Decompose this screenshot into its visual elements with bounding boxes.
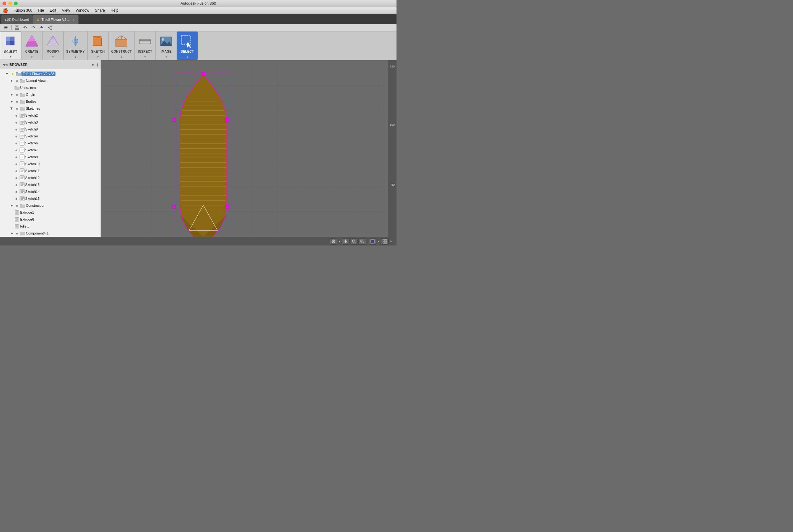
tree-item-sketch13[interactable]: ● Sketch13 — [0, 181, 100, 188]
tree-arrow-root[interactable]: ▶ — [5, 72, 10, 76]
inspect-label: INSPECT — [138, 50, 152, 53]
tree-item-sketch8[interactable]: ● Sketch8 — [0, 153, 100, 160]
tree-item-sketch14[interactable]: ● Sketch14 — [0, 188, 100, 195]
menu-item-fusion[interactable]: Fusion 360 — [11, 7, 35, 13]
undo-button[interactable] — [22, 24, 29, 31]
viewport[interactable]: 150 100 50 0 — [101, 60, 396, 237]
tree-item-sketch3[interactable]: ● Sketch3 — [0, 119, 100, 126]
tree-item-component4[interactable]: ▶ ● Component4:1 — [0, 230, 100, 237]
tree-eye-icon-bodies: ● — [15, 99, 20, 104]
tree-item-fillet8[interactable]: ▶ Fillet8 — [0, 223, 100, 230]
hamburger-menu-button[interactable]: ☰ — [2, 24, 10, 31]
maximize-button[interactable] — [14, 2, 18, 5]
tree-item-origin[interactable]: ▶ ● Origin — [0, 91, 100, 98]
grid-arrow-icon[interactable]: ▼ — [389, 240, 393, 243]
pan-button[interactable] — [342, 238, 350, 245]
folder-icon-named-views — [20, 78, 25, 83]
display-arrow-icon[interactable]: ▼ — [377, 240, 380, 243]
toolbar-section-construct[interactable]: CONSTRUCT ▼ — [109, 32, 135, 60]
toolbar-section-sculpt[interactable]: SCULPT ▼ — [0, 32, 21, 60]
grid-button[interactable] — [381, 238, 389, 245]
menu-item-file[interactable]: File — [35, 7, 46, 13]
main-toolbar: SCULPT ▼ CREATE ▼ — [0, 32, 396, 60]
upload-icon — [39, 25, 44, 30]
menu-item-view[interactable]: View — [59, 7, 73, 13]
toolbar-section-select[interactable]: SELECT ▼ — [177, 32, 198, 60]
sketch-file-icon-sketch12 — [20, 175, 24, 180]
tree-eye-icon-sketch3: ● — [14, 120, 19, 125]
create-arrow-icon: ▼ — [31, 56, 33, 59]
tree-item-construction[interactable]: ▶ ● Construction — [0, 202, 100, 209]
tree-eye-icon-sketch15: ● — [14, 196, 19, 201]
toolbar-section-modify[interactable]: MODIFY ▼ — [42, 32, 64, 60]
tree-item-sketch10[interactable]: ● Sketch10 — [0, 160, 100, 167]
tree-label-origin: Origin — [26, 93, 35, 96]
minimize-button[interactable] — [8, 2, 12, 5]
tab-dashboard[interactable]: (16) Dashboard — [1, 15, 33, 24]
tree-label-sketch15: Sketch15 — [25, 197, 40, 201]
tree-item-units[interactable]: ▶ Units: mm — [0, 84, 100, 91]
sketch-file-icon-sketch6 — [20, 140, 24, 146]
share-icon — [47, 25, 52, 30]
tree-item-sketches[interactable]: ▶ ● Sketches — [0, 105, 100, 112]
tree-eye-icon-sketch12: ● — [14, 175, 19, 180]
display-mode-button[interactable] — [369, 238, 376, 245]
toolbar-section-create[interactable]: CREATE ▼ — [21, 32, 42, 60]
browser-back-icon[interactable]: ◀◀ — [2, 63, 7, 66]
zoom-fit-button[interactable] — [350, 238, 358, 245]
tree-arrow-component4[interactable]: ▶ — [10, 231, 14, 235]
redo-button[interactable] — [30, 24, 37, 31]
menu-item-window[interactable]: Window — [73, 7, 92, 13]
zoom-in-button[interactable] — [358, 238, 366, 245]
svg-line-32 — [121, 36, 127, 39]
tree-item-extrude6[interactable]: ▶ Extrude6 — [0, 216, 100, 223]
orient-arrow-icon[interactable]: ▼ — [338, 240, 341, 243]
menu-item-edit[interactable]: Edit — [47, 7, 59, 13]
tree-item-sketch15[interactable]: ● Sketch15 — [0, 195, 100, 202]
tree-item-sketch7[interactable]: ● Sketch7 — [0, 147, 100, 153]
toolbar-section-sketch[interactable]: SKETCH ▼ — [88, 32, 109, 60]
save-button[interactable] — [14, 24, 20, 31]
tree-item-sketch4[interactable]: ● Sketch4 — [0, 133, 100, 140]
tree-item-sketch6[interactable]: ● Sketch6 — [0, 140, 100, 147]
orient-button[interactable] — [330, 238, 337, 245]
close-button[interactable] — [2, 2, 6, 5]
window-controls[interactable] — [2, 2, 18, 5]
tree-arrow-sketches[interactable]: ▶ — [10, 106, 14, 111]
upload-button[interactable] — [38, 24, 45, 31]
ruler-mark-150: 150 — [390, 65, 395, 68]
toolbar-section-image[interactable]: IMAGE ▼ — [156, 32, 177, 60]
browser-pin-icon[interactable]: | — [97, 63, 98, 66]
svg-rect-155 — [383, 242, 384, 243]
modify-arrow-icon: ▼ — [52, 56, 54, 59]
sketch-file-icon-sketch11 — [20, 168, 24, 173]
tree-arrow-origin[interactable]: ▶ — [10, 92, 14, 97]
tree-item-named-views[interactable]: ▶ ● Named Views — [0, 77, 100, 84]
svg-rect-108 — [16, 225, 18, 228]
toolbar-section-symmetry[interactable]: SYMMETRY ▼ — [64, 32, 88, 60]
tree-arrow-named-views[interactable]: ▶ — [10, 78, 14, 83]
menu-item-help[interactable]: Help — [108, 7, 121, 13]
toolbar-section-inspect[interactable]: INSPECT ▼ — [135, 32, 156, 60]
svg-rect-12 — [6, 37, 10, 41]
tree-item-sketch2[interactable]: ● Sketch2 — [0, 112, 100, 119]
tree-item-sketch12[interactable]: ● Sketch12 — [0, 174, 100, 181]
tree-label-sketch14: Sketch14 — [25, 190, 40, 193]
tree-arrow-bodies[interactable]: ▶ — [10, 99, 14, 104]
tree-item-bodies[interactable]: ▶ ● Bodies — [0, 98, 100, 105]
separator — [11, 25, 12, 30]
grid-icon — [382, 239, 388, 244]
browser-collapse-icon[interactable]: ● — [92, 63, 94, 66]
tree-arrow-construction[interactable]: ▶ — [10, 203, 14, 208]
image-icon — [158, 34, 174, 49]
tab-close-icon[interactable]: ✕ — [72, 18, 75, 21]
modify-icon — [45, 34, 60, 49]
tab-trifoil[interactable]: ✿ Trifoil Flower V2 ... ✕ — [33, 15, 78, 24]
tree-item-sketch11[interactable]: ● Sketch11 — [0, 167, 100, 174]
share-button[interactable] — [46, 24, 53, 31]
tree-item-sketch9[interactable]: ● Sketch9 — [0, 126, 100, 133]
tree-label-fillet8: Fillet8 — [20, 224, 29, 228]
tree-item-root[interactable]: ▶ ● Trifoil Flower V2 v23 — [0, 70, 100, 77]
tree-item-extrude1[interactable]: ▶ Extrude1 — [0, 209, 100, 216]
menu-item-share[interactable]: Share — [92, 7, 108, 13]
